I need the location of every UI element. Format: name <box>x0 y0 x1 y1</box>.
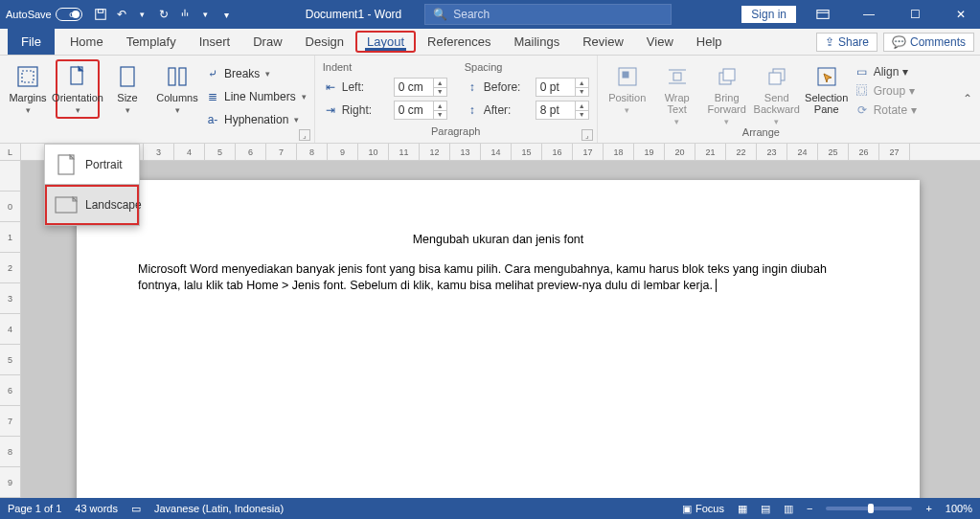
zoom-slider[interactable] <box>826 507 912 510</box>
spinner-icon[interactable]: ▲▼ <box>575 79 588 96</box>
touch-caret-icon[interactable]: ▾ <box>197 6 215 23</box>
tab-design[interactable]: Design <box>294 29 355 55</box>
tab-layout[interactable]: Layout <box>355 31 416 53</box>
align-label: Align <box>874 65 900 79</box>
tab-insert[interactable]: Insert <box>188 29 242 55</box>
signin-button[interactable]: Sign in <box>741 6 796 23</box>
size-button[interactable]: Size ▾ <box>105 59 149 115</box>
chevron-down-icon: ▾ <box>175 105 180 115</box>
margins-button[interactable]: Margins ▾ <box>6 59 50 115</box>
tab-help[interactable]: Help <box>685 29 734 55</box>
orientation-label: Orientation <box>52 92 103 103</box>
spacing-after-value: 8 pt <box>540 103 559 117</box>
language-status[interactable]: Javanese (Latin, Indonesia) <box>154 503 284 514</box>
align-icon: ▭ <box>855 65 870 79</box>
hyphenation-button[interactable]: a-Hyphenation▾ <box>205 109 307 130</box>
print-layout-icon[interactable]: ▤ <box>761 503 770 515</box>
indent-left-input[interactable]: 0 cm▲▼ <box>394 78 447 97</box>
bring-label: BringForward <box>708 92 746 115</box>
search-icon: 🔍 <box>433 8 447 21</box>
ribbon-display-icon[interactable] <box>804 0 842 29</box>
margins-icon <box>14 63 41 90</box>
horizontal-ruler[interactable]: 0123456789101112131415161718192021222324… <box>21 144 980 161</box>
maximize-button[interactable]: ☐ <box>896 0 934 29</box>
position-button[interactable]: Position▾ <box>605 59 650 115</box>
tab-mailings[interactable]: Mailings <box>503 29 572 55</box>
bring-forward-button[interactable]: BringForward▾ <box>705 59 749 126</box>
qat-customize-icon[interactable]: ▾ <box>218 6 236 23</box>
touch-mode-icon[interactable] <box>176 6 194 23</box>
collapse-ribbon-icon[interactable]: ⌃ <box>963 92 972 105</box>
word-count[interactable]: 43 words <box>75 503 118 514</box>
columns-button[interactable]: Columns ▾ <box>155 59 199 115</box>
tab-review[interactable]: Review <box>571 29 635 55</box>
close-button[interactable]: ✕ <box>942 0 980 29</box>
tab-references[interactable]: References <box>416 29 502 55</box>
page[interactable]: Mengubah ukuran dan jenis font Microsoft… <box>77 180 920 498</box>
svg-rect-4 <box>18 67 37 86</box>
chevron-down-icon: ▾ <box>294 115 299 124</box>
align-button[interactable]: ▭Align▾ <box>855 63 917 80</box>
tab-templafy[interactable]: Templafy <box>115 29 188 55</box>
spinner-icon[interactable]: ▲▼ <box>433 79 446 96</box>
tab-draw[interactable]: Draw <box>241 29 293 55</box>
orientation-portrait-item[interactable]: Portrait <box>45 145 139 185</box>
save-icon[interactable] <box>92 6 109 23</box>
portrait-label: Portrait <box>85 158 123 171</box>
zoom-level[interactable]: 100% <box>946 503 972 514</box>
send-backward-button[interactable]: SendBackward▾ <box>755 59 799 126</box>
page-count[interactable]: Page 1 of 1 <box>8 503 61 514</box>
tab-view[interactable]: View <box>635 29 685 55</box>
zoom-out-button[interactable]: − <box>807 503 812 514</box>
undo-icon[interactable]: ↶ <box>113 6 130 23</box>
minimize-button[interactable]: — <box>850 0 888 29</box>
dialog-launcher-icon[interactable]: ⌟ <box>581 129 593 141</box>
rotate-button[interactable]: ⟳Rotate▾ <box>855 102 917 119</box>
search-input[interactable]: 🔍 Search <box>424 4 672 25</box>
indent-right-input[interactable]: 0 cm▲▼ <box>394 101 447 120</box>
focus-mode-button[interactable]: ▣Focus <box>682 503 724 515</box>
svg-rect-18 <box>769 73 781 84</box>
spacing-after-icon: ↕ <box>465 103 480 117</box>
chevron-down-icon: ▾ <box>125 105 130 115</box>
spacing-before-input[interactable]: 0 pt▲▼ <box>536 78 589 97</box>
svg-rect-1 <box>98 10 103 13</box>
vertical-ruler[interactable]: 012345678910 <box>0 161 21 498</box>
spinner-icon[interactable]: ▲▼ <box>575 102 588 119</box>
read-mode-icon[interactable]: ▦ <box>738 503 747 515</box>
spacing-after-input[interactable]: 8 pt▲▼ <box>536 101 589 120</box>
svg-rect-5 <box>22 71 34 82</box>
spinner-icon[interactable]: ▲▼ <box>433 102 446 119</box>
left-label: Left: <box>342 80 390 94</box>
zoom-in-button[interactable]: + <box>925 503 931 514</box>
redo-icon[interactable]: ↻ <box>155 6 172 23</box>
comments-button[interactable]: 💬Comments <box>883 33 974 52</box>
group-objects-button[interactable]: ⿴Group▾ <box>855 82 917 100</box>
canvas[interactable]: Mengubah ukuran dan jenis font Microsoft… <box>21 161 980 498</box>
orientation-button[interactable]: Orientation ▾ <box>56 59 100 119</box>
web-layout-icon[interactable]: ▥ <box>784 503 793 515</box>
orientation-landscape-item[interactable]: Landscape <box>44 184 140 226</box>
document-title: Document1 - Word <box>306 8 401 21</box>
share-button[interactable]: ⇪Share <box>816 33 877 52</box>
dialog-launcher-icon[interactable]: ⌟ <box>299 129 310 141</box>
line-numbers-button[interactable]: ≣Line Numbers▾ <box>205 86 307 107</box>
orientation-icon <box>64 63 91 90</box>
autosave-toggle[interactable]: AutoSave Off <box>6 8 82 21</box>
undo-caret-icon[interactable]: ▾ <box>134 6 151 23</box>
ruler-corner[interactable]: L <box>0 144 21 161</box>
line-numbers-icon: ≣ <box>205 90 220 103</box>
tab-file[interactable]: File <box>8 29 55 55</box>
search-placeholder: Search <box>453 8 490 21</box>
size-label: Size <box>117 92 137 103</box>
wrap-text-button[interactable]: WrapText▾ <box>655 59 699 126</box>
focus-label: Focus <box>695 503 724 514</box>
spellcheck-icon[interactable]: ▭ <box>131 503 141 515</box>
after-label: After: <box>484 103 532 117</box>
selection-pane-button[interactable]: SelectionPane <box>805 59 849 115</box>
chevron-down-icon: ▾ <box>265 69 270 79</box>
breaks-button[interactable]: ⤶Breaks▾ <box>205 63 307 84</box>
svg-rect-12 <box>673 73 681 80</box>
tab-home[interactable]: Home <box>58 29 115 55</box>
doc-body: Microsoft Word menyediakan banyak jenis … <box>138 261 858 294</box>
